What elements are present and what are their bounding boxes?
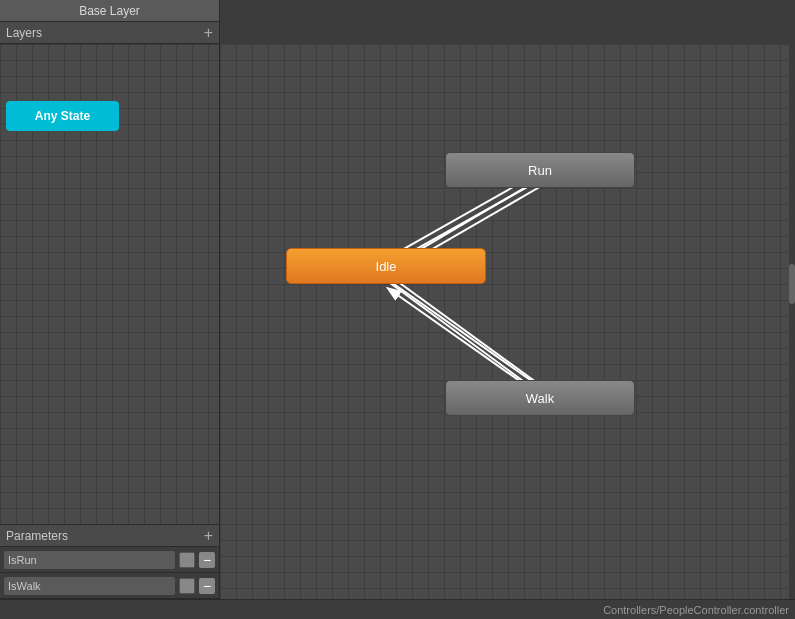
param-remove-button[interactable]: − bbox=[199, 578, 215, 594]
param-checkbox[interactable] bbox=[179, 578, 195, 594]
state-node-idle[interactable]: Idle bbox=[286, 248, 486, 284]
params-panel: Parameters + IsRun−IsWalk− bbox=[0, 524, 219, 599]
canvas-area[interactable]: Idle Run Walk bbox=[220, 44, 795, 599]
base-layer-title: Base Layer bbox=[79, 4, 140, 18]
right-scrollbar[interactable] bbox=[789, 44, 795, 599]
state-node-run[interactable]: Run bbox=[445, 152, 635, 188]
status-bar: Controllers/PeopleController.controller bbox=[0, 599, 795, 619]
left-panel: Base Layer Layers + Any State Parameters… bbox=[0, 0, 220, 599]
param-remove-button[interactable]: − bbox=[199, 552, 215, 568]
node-walk-label: Walk bbox=[526, 391, 554, 406]
state-node-walk[interactable]: Walk bbox=[445, 380, 635, 416]
param-row: IsRun− bbox=[0, 547, 219, 573]
base-layer-bar: Base Layer bbox=[0, 0, 219, 22]
arrows-svg bbox=[220, 44, 795, 599]
param-name-label: IsRun bbox=[4, 551, 175, 569]
status-text: Controllers/PeopleController.controller bbox=[603, 604, 789, 616]
layers-bar: Layers + bbox=[0, 22, 219, 44]
node-idle-label: Idle bbox=[376, 259, 397, 274]
param-name-label: IsWalk bbox=[4, 577, 175, 595]
params-header: Parameters + bbox=[0, 525, 219, 547]
param-row: IsWalk− bbox=[0, 573, 219, 599]
params-label: Parameters bbox=[6, 529, 68, 543]
param-checkbox[interactable] bbox=[179, 552, 195, 568]
any-state-label: Any State bbox=[35, 109, 90, 123]
svg-line-6 bbox=[386, 273, 540, 385]
svg-line-5 bbox=[386, 280, 538, 392]
left-canvas: Any State bbox=[0, 44, 219, 524]
layers-label: Layers bbox=[6, 26, 42, 40]
node-run-label: Run bbox=[528, 163, 552, 178]
params-add-button[interactable]: + bbox=[204, 527, 213, 545]
scrollbar-thumb bbox=[789, 264, 795, 304]
params-list: IsRun−IsWalk− bbox=[0, 547, 219, 599]
layers-add-button[interactable]: + bbox=[204, 25, 213, 41]
any-state-node[interactable]: Any State bbox=[6, 101, 119, 131]
svg-line-8 bbox=[391, 282, 543, 389]
